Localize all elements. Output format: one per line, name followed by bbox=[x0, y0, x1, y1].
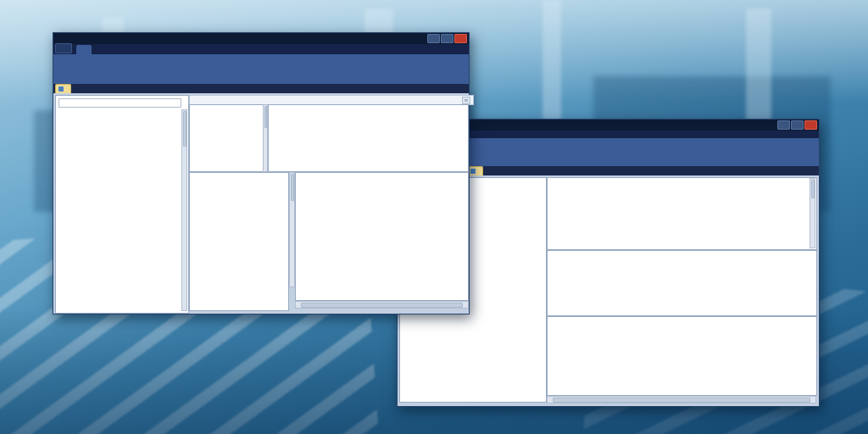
close-button[interactable] bbox=[454, 34, 467, 43]
search-input[interactable] bbox=[58, 98, 181, 108]
chart-hscrollbar[interactable] bbox=[547, 396, 816, 403]
maximize-button[interactable] bbox=[791, 120, 804, 130]
signal-tree bbox=[57, 109, 182, 312]
scrollbar-thumb[interactable] bbox=[811, 180, 815, 198]
left-ribbon bbox=[53, 54, 469, 84]
left-menu-row bbox=[53, 44, 469, 54]
scrollbar-thumb[interactable] bbox=[291, 174, 294, 201]
left-content: ⊡ bbox=[53, 93, 469, 314]
app-menu-button[interactable] bbox=[55, 43, 72, 53]
minimize-button[interactable] bbox=[777, 120, 790, 130]
desktop-background: ⊡ bbox=[0, 0, 868, 434]
chart-tab-icon bbox=[58, 86, 64, 92]
scrollbar-thumb[interactable] bbox=[553, 398, 810, 403]
breadcrumb-options-button[interactable]: ⊡ bbox=[462, 97, 470, 104]
serial-table-panel bbox=[547, 177, 817, 250]
left-doc-tabbar bbox=[53, 84, 469, 93]
statistics-table bbox=[189, 104, 264, 172]
tree-panel bbox=[55, 95, 189, 314]
window-left: ⊡ bbox=[53, 32, 470, 314]
histogram-chart[interactable] bbox=[189, 172, 289, 311]
close-button[interactable] bbox=[804, 120, 817, 130]
tab-home[interactable] bbox=[76, 45, 92, 54]
scrollbar-thumb[interactable] bbox=[183, 111, 186, 147]
serial-table-scrollbar[interactable] bbox=[810, 178, 815, 248]
run-chart-hscrollbar[interactable] bbox=[295, 301, 469, 309]
scrollbar-thumb[interactable] bbox=[264, 106, 267, 128]
fill-pressure-chart[interactable] bbox=[547, 250, 817, 316]
left-doc-tab[interactable] bbox=[55, 84, 71, 93]
maximize-button[interactable] bbox=[441, 34, 453, 43]
left-titlebar[interactable] bbox=[53, 33, 469, 44]
run-chart-vscrollbar[interactable] bbox=[289, 172, 295, 287]
minimize-button[interactable] bbox=[427, 34, 440, 43]
pressure-loss-chart[interactable] bbox=[547, 316, 817, 396]
tree-scrollbar[interactable] bbox=[181, 109, 187, 311]
chart-tab-icon bbox=[470, 169, 476, 174]
measurement-table bbox=[268, 104, 469, 172]
scrollbar-thumb[interactable] bbox=[301, 303, 463, 308]
run-chart[interactable] bbox=[295, 172, 469, 301]
